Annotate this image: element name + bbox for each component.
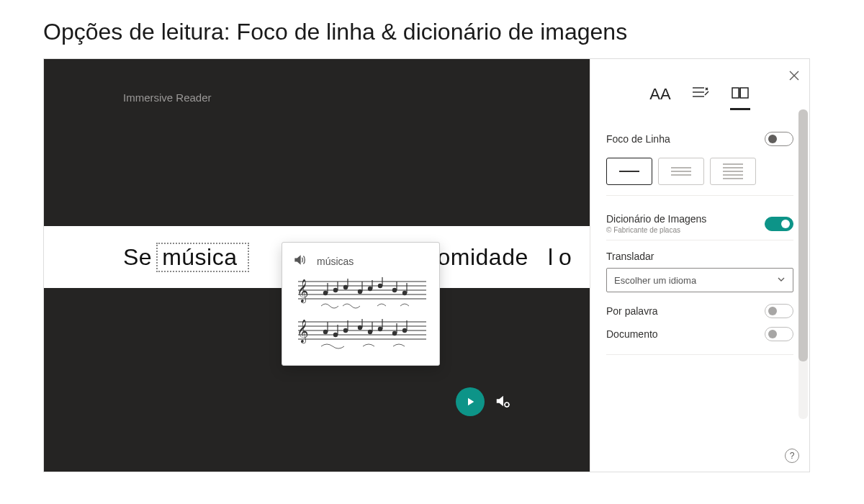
picture-dictionary-hint: © Fabricante de placas xyxy=(606,226,706,234)
tab-text-preferences[interactable]: AA xyxy=(649,85,670,110)
by-word-toggle[interactable] xyxy=(765,304,793,318)
page-title: Opções de leitura: Foco de linha & dicio… xyxy=(0,0,864,58)
svg-point-9 xyxy=(358,289,362,294)
svg-point-12 xyxy=(392,288,397,292)
svg-point-10 xyxy=(368,287,372,291)
svg-point-33 xyxy=(378,327,382,331)
focus-five-line-button[interactable] xyxy=(710,158,756,185)
picture-dictionary-popup: músicas 𝄞 𝄞 xyxy=(282,242,440,366)
focus-word[interactable]: comidade xyxy=(426,244,528,271)
svg-point-28 xyxy=(323,330,328,334)
options-tabs: AA xyxy=(590,59,809,119)
tab-reading-preferences[interactable] xyxy=(730,85,750,110)
svg-point-6 xyxy=(323,291,328,295)
translate-language-select[interactable]: Escolher um idioma xyxy=(606,268,793,292)
scrollbar-thumb[interactable] xyxy=(798,109,808,361)
close-icon[interactable] xyxy=(789,69,799,84)
svg-point-29 xyxy=(333,333,338,337)
music-staff-image: 𝄞 xyxy=(292,318,429,354)
document-label: Documento xyxy=(606,328,658,340)
svg-text:𝄞: 𝄞 xyxy=(297,279,309,304)
focus-three-line-button[interactable] xyxy=(658,158,704,185)
svg-point-32 xyxy=(368,330,372,334)
svg-point-31 xyxy=(358,325,362,330)
select-placeholder: Escolher um idioma xyxy=(614,275,696,286)
document-toggle[interactable] xyxy=(765,327,793,341)
svg-point-13 xyxy=(402,291,407,295)
tab-grammar-options[interactable] xyxy=(691,85,710,110)
play-button[interactable] xyxy=(456,387,485,416)
focus-one-line-button[interactable] xyxy=(606,158,652,185)
focus-word[interactable]: lo xyxy=(548,244,577,271)
reading-options-panel: AA Foco de Linha xyxy=(590,59,809,472)
dimmed-top: Immersive Reader xyxy=(44,59,591,226)
svg-text:𝄞: 𝄞 xyxy=(297,319,309,344)
focus-word[interactable]: Se xyxy=(123,244,152,271)
line-focus-toggle[interactable] xyxy=(765,132,793,146)
immersive-reader-app: Immersive Reader Se música comidade lo E… xyxy=(43,58,810,472)
line-focus-width-segmented xyxy=(606,158,793,185)
svg-point-30 xyxy=(343,328,348,333)
panel-body: Foco de Linha Dicionário de Imagens © Fa… xyxy=(590,119,809,355)
picture-dictionary-toggle[interactable] xyxy=(765,217,793,231)
focus-word-selected: música xyxy=(162,244,237,270)
reader-area: Immersive Reader Se música comidade lo E… xyxy=(44,59,591,472)
by-word-label: Por palavra xyxy=(606,305,658,317)
music-staff-image: 𝄞 xyxy=(292,277,429,313)
speaker-icon[interactable] xyxy=(292,253,307,270)
immersive-reader-label: Immersive Reader xyxy=(123,91,212,104)
picture-dictionary-label: Dicionário de Imagens xyxy=(606,213,706,225)
help-icon[interactable]: ? xyxy=(785,449,799,463)
audio-settings-icon[interactable] xyxy=(495,393,510,412)
translate-label: Transladar xyxy=(606,251,793,262)
selected-word-box[interactable]: música xyxy=(156,243,248,272)
line-focus-label: Foco de Linha xyxy=(606,133,670,145)
popup-word-label: músicas xyxy=(317,256,354,267)
svg-point-11 xyxy=(378,284,382,288)
svg-point-8 xyxy=(343,285,348,289)
chevron-down-icon xyxy=(777,275,786,286)
svg-point-35 xyxy=(402,328,407,333)
svg-point-7 xyxy=(333,288,338,292)
svg-point-34 xyxy=(392,331,397,336)
